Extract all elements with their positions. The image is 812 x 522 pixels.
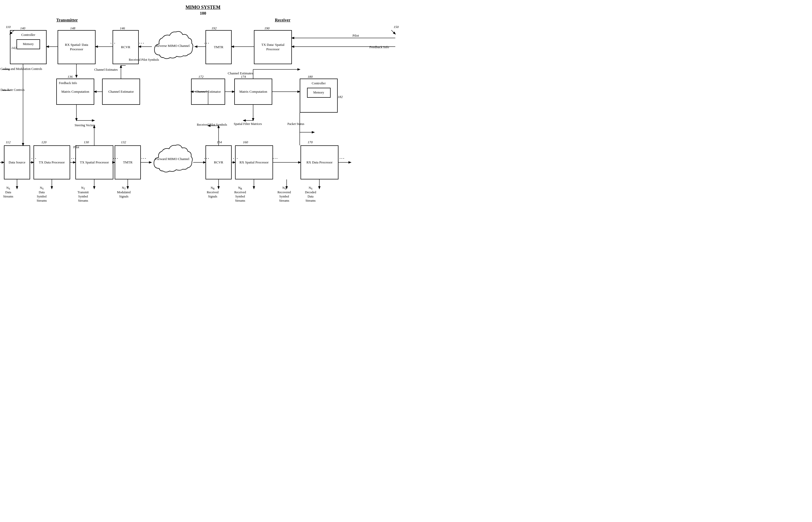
packet-status-label: Packet Status	[287, 122, 304, 126]
channel-estimator-rx-label: Channel Estimator	[195, 89, 221, 94]
tx-spatial-processor-label: TX Spatial Processor	[80, 160, 109, 165]
ns-decoded-label: NSDecodedDataStreams	[305, 186, 316, 203]
svg-line-1	[391, 30, 395, 34]
channel-estimates-top-label: Channel Estimates	[228, 71, 253, 76]
pilot-bottom-label: Pilot	[73, 145, 79, 149]
data-source-label: Data Source	[9, 160, 25, 165]
coding-modulation-label: Coding and Modulation Controls	[1, 67, 42, 71]
memory-rx-label: Memory	[313, 91, 324, 95]
matrix-computation-rx-label: Matrix Computation	[239, 89, 267, 94]
ref-154: 154	[217, 140, 222, 144]
matrix-computation-tx-label: Matrix Computation	[61, 89, 89, 94]
ref-180: 180	[308, 75, 313, 79]
ref-120: 120	[41, 140, 47, 144]
dots-out: ⋮	[339, 156, 345, 161]
rx-data-processor-box: RX Data Processor	[300, 145, 338, 179]
tmtr-bottom-label: TMTR	[123, 160, 132, 165]
received-pilot-symbols-bottom-label: Received Pilot Symbols	[197, 123, 227, 127]
tx-data-spatial-processor-box: TX Data/ Spatial Processor	[254, 30, 292, 64]
dots-tmtr-in: ⋮	[112, 156, 119, 161]
dots-forward-in: ⋮	[141, 156, 147, 161]
tmtr-top-box: TMTR	[206, 30, 232, 64]
tmtr-bottom-box: TMTR	[114, 145, 141, 179]
rcvr-bottom-label: RCVR	[214, 160, 223, 165]
data-rate-label: Data Rate Controls	[1, 88, 25, 92]
dots-rcvr-top-in: ⋮	[110, 41, 116, 45]
ns-recovered-label: NSRecoveredSymbolStreams	[277, 186, 291, 203]
rcvr-bottom-box: RCVR	[206, 145, 232, 179]
channel-estimator-tx-label: Channel Estimator	[108, 89, 134, 94]
reverse-mimo-label: Reverse MIMO Channel	[156, 44, 190, 48]
ref-192: 192	[211, 26, 217, 31]
channel-estimates-tx-label: Channel Estimates	[94, 67, 118, 72]
rx-spatial-data-processor-label: RX Spatial/ Data Processor	[58, 43, 95, 52]
memory-tx-box: Memory	[17, 39, 40, 49]
tx-data-processor-box: TX Data Processor	[34, 145, 70, 179]
controller-rx-box: Controller Memory	[300, 79, 338, 113]
spatial-filter-matrices-label: Spatial Filter Matrices	[234, 122, 262, 126]
feedback-info-tx-label: Feedback Info	[59, 81, 77, 85]
controller-rx-label: Controller	[312, 81, 326, 86]
ref-136: 136	[67, 75, 73, 79]
dots-tx-data-in: ⋮	[31, 156, 37, 161]
rx-data-processor-label: RX Data Processor	[307, 160, 333, 165]
ref-182: 182	[338, 95, 343, 99]
dots-tmtr-top-in: ⋮	[204, 41, 210, 45]
tx-data-processor-label: TX Data Processor	[39, 160, 65, 165]
received-pilot-symbols-top-label: Received Pilot Symbols	[129, 58, 159, 62]
dots-rcvr-in: ⋮	[204, 156, 210, 161]
rcvr-top-label: RCVR	[121, 45, 130, 49]
ref-172: 172	[199, 75, 204, 79]
steering-vectors-label: Steering Vectors	[75, 123, 95, 127]
ref-112: 112	[6, 140, 11, 144]
dots-rx-data-in: ⋮	[272, 156, 278, 161]
rx-spatial-processor-box: RX Spatial Processor	[235, 145, 273, 179]
rx-spatial-processor-label: RX Spatial Processor	[240, 160, 269, 165]
dots-reverse-in: ⋮	[139, 41, 145, 45]
forward-mimo-label: Forward MIMO Channel	[155, 157, 189, 161]
channel-estimator-rx-box: Channel Estimator	[191, 79, 225, 105]
feedback-info-top-label: Feedback Info	[369, 45, 389, 49]
ref-146: 146	[120, 26, 125, 31]
ns-data-streams-label: NSDataStreams	[3, 186, 13, 199]
ref-140: 140	[20, 26, 25, 31]
ref-174: 174	[241, 75, 246, 79]
nt-modulated-label: NTModulatedSignals	[117, 186, 131, 199]
nt-transmit-label: NTTransmitSymbolStreams	[78, 186, 89, 203]
ref-170: 170	[308, 140, 313, 144]
nr-received-signals-label: NRReceivedSignals	[207, 186, 218, 199]
controller-tx-label: Controller	[21, 33, 35, 37]
matrix-computation-rx-box: Matrix Computation	[234, 79, 272, 105]
ref-130: 130	[84, 140, 89, 144]
receiver-label: Receiver	[275, 18, 291, 22]
dots-rx-spatial-in: ⋮	[232, 156, 239, 161]
nr-received-streams-label: NRReceivedSymbolStreams	[234, 186, 246, 203]
diagram: MIMO SYSTEM 100 Transmitter Receiver 110…	[0, 0, 406, 261]
ref-110: 110	[6, 25, 11, 29]
ref-148: 148	[70, 26, 76, 31]
ref-160: 160	[243, 140, 248, 144]
title-main: MIMO SYSTEM	[186, 5, 221, 10]
dots-tx-spatial-in: ⋮	[71, 156, 77, 161]
tx-data-spatial-processor-label: TX Data/ Spatial Processor	[254, 43, 291, 52]
memory-rx-box: Memory	[307, 88, 331, 98]
data-source-box: Data Source	[4, 145, 30, 179]
ref-190: 190	[264, 26, 270, 31]
forward-mimo-cloud: Forward MIMO Channel	[151, 140, 193, 178]
pilot-top-label: Pilot	[352, 34, 359, 38]
channel-estimator-tx-box: Channel Estimator	[102, 79, 140, 105]
tmtr-top-label: TMTR	[214, 45, 223, 49]
title-sub: 100	[200, 11, 206, 16]
ref-132: 132	[121, 140, 126, 144]
ref-150: 150	[394, 25, 399, 29]
transmitter-label: Transmitter	[56, 18, 78, 22]
tx-spatial-processor-box: TX Spatial Processor	[76, 145, 113, 179]
rx-spatial-data-processor-box: RX Spatial/ Data Processor	[58, 30, 96, 64]
ns-data-symbol-streams-label: NSDataSymbolStreams	[37, 186, 47, 203]
ref-142: 142	[11, 46, 17, 50]
memory-tx-label: Memory	[23, 42, 34, 46]
